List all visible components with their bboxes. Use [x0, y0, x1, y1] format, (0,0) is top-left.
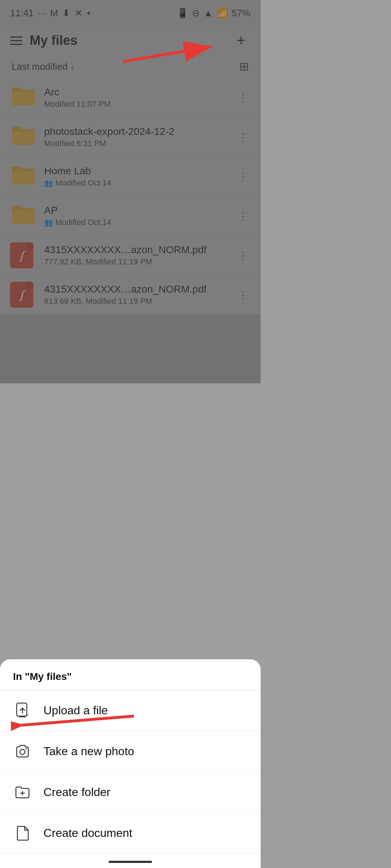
create-folder-item[interactable]: Create folder	[0, 772, 261, 813]
camera-icon	[13, 742, 32, 761]
create-document-icon	[13, 824, 32, 842]
backdrop-overlay[interactable]	[0, 0, 261, 383]
nav-indicator	[109, 861, 152, 863]
upload-file-item[interactable]: Upload a file	[0, 690, 261, 731]
create-document-label: Create document	[43, 826, 132, 840]
bottom-sheet: In "My files" Upload a file Take a new p…	[0, 659, 261, 868]
take-photo-item[interactable]: Take a new photo	[0, 731, 261, 772]
create-folder-icon	[13, 783, 32, 801]
create-document-item[interactable]: Create document	[0, 813, 261, 854]
upload-file-icon	[13, 701, 32, 720]
create-folder-label: Create folder	[43, 786, 110, 799]
take-photo-label: Take a new photo	[43, 745, 134, 758]
upload-file-label: Upload a file	[43, 704, 108, 717]
svg-point-3	[20, 749, 25, 754]
svg-rect-2	[17, 703, 27, 716]
svg-point-4	[25, 748, 27, 749]
bottom-sheet-header: In "My files"	[0, 659, 261, 690]
